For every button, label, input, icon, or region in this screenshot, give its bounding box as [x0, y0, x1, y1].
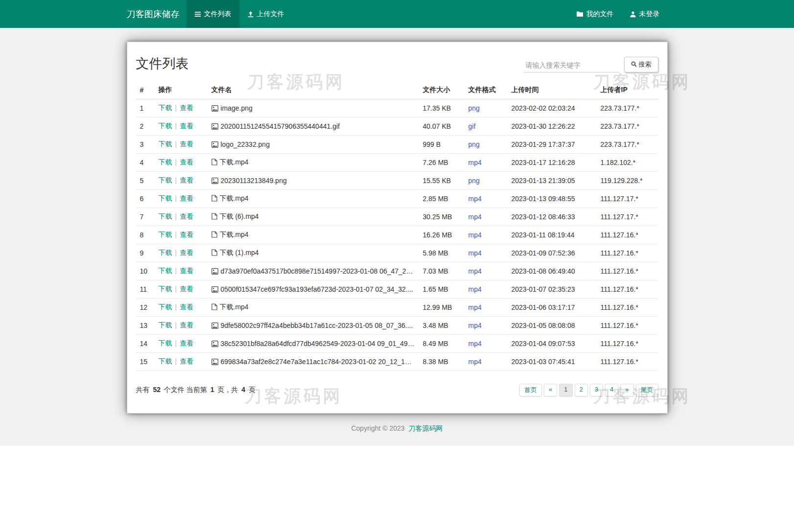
view-link[interactable]: 查看	[180, 231, 193, 238]
search-button[interactable]: 搜索	[624, 57, 658, 72]
action-separator: |	[175, 122, 177, 130]
pagination-last[interactable]: 尾页	[636, 384, 658, 396]
row-upload-time: 2023-01-08 06:49:40	[508, 262, 597, 280]
row-filename: 下载 (1).mp4	[208, 244, 419, 262]
file-icon	[211, 231, 217, 238]
format-link[interactable]: mp4	[468, 267, 482, 275]
view-link[interactable]: 查看	[180, 122, 193, 130]
table-row: 3下载|查看logo_22332.png999 Bpng2023-01-29 1…	[136, 136, 658, 154]
row-actions: 下载|查看	[155, 280, 208, 299]
format-link[interactable]: mp4	[468, 303, 482, 311]
pagination-first[interactable]: 首页	[519, 384, 542, 396]
download-link[interactable]: 下载	[159, 176, 172, 184]
format-link[interactable]: mp4	[468, 358, 482, 366]
image-file-icon	[211, 323, 218, 329]
nav-item-upload[interactable]: 上传文件	[239, 0, 292, 28]
page-title: 文件列表	[136, 55, 189, 72]
view-link[interactable]: 查看	[180, 140, 193, 148]
format-link[interactable]: gif	[468, 122, 476, 130]
format-link[interactable]: mp4	[468, 322, 482, 329]
row-filename: 9dfe58002c97ff42a4bebb34b17a61cc-2023-01…	[208, 317, 419, 335]
image-file-icon	[211, 178, 218, 184]
view-link[interactable]: 查看	[180, 158, 193, 166]
row-filename: 20230113213849.png	[208, 172, 419, 190]
view-link[interactable]: 查看	[180, 321, 193, 329]
format-link[interactable]: png	[468, 104, 480, 112]
download-link[interactable]: 下载	[159, 122, 172, 130]
row-uploader-ip: 111.127.16.*	[597, 262, 658, 280]
format-link[interactable]: mp4	[468, 159, 482, 166]
format-link[interactable]: mp4	[468, 249, 482, 257]
view-link[interactable]: 查看	[180, 357, 193, 365]
view-link[interactable]: 查看	[180, 339, 193, 347]
download-link[interactable]: 下载	[159, 357, 172, 365]
nav-item-my-files[interactable]: 我的文件	[568, 0, 622, 28]
view-link[interactable]: 查看	[180, 285, 193, 293]
table-row: 13下载|查看9dfe58002c97ff42a4bebb34b17a61cc-…	[136, 317, 658, 335]
view-link[interactable]: 查看	[180, 267, 193, 275]
pagination-prev[interactable]: «	[544, 384, 557, 396]
download-link[interactable]: 下载	[159, 285, 172, 293]
row-uploader-ip: 111.127.16.*	[597, 226, 658, 244]
download-link[interactable]: 下载	[159, 303, 172, 311]
table-row: 12下载|查看下载.mp412.99 MBmp42023-01-06 03:17…	[136, 299, 658, 317]
pagination-page-1[interactable]: 1	[559, 384, 572, 396]
table-row: 7下载|查看下载 (6).mp430.25 MBmp42023-01-12 08…	[136, 208, 658, 226]
copyright-text: Copyright © 2023	[351, 424, 404, 432]
download-link[interactable]: 下载	[159, 104, 172, 112]
summary-text: 共有	[136, 386, 150, 393]
action-separator: |	[175, 104, 177, 112]
format-link[interactable]: png	[468, 140, 480, 148]
download-link[interactable]: 下载	[159, 267, 172, 275]
row-index: 13	[136, 317, 155, 335]
table-row: 9下载|查看下载 (1).mp45.98 MBmp42023-01-09 07:…	[136, 244, 658, 262]
nav-item-login-status[interactable]: 未登录	[622, 0, 668, 28]
format-link[interactable]: mp4	[468, 195, 482, 203]
row-size: 40.07 KB	[419, 117, 465, 136]
row-actions: 下载|查看	[155, 154, 208, 172]
pagination-page-2[interactable]: 2	[575, 384, 588, 396]
view-link[interactable]: 查看	[180, 249, 193, 256]
row-upload-time: 2023-01-29 17:37:37	[508, 136, 597, 154]
brand-link[interactable]: 刀客图床储存	[127, 0, 187, 28]
site-link[interactable]: 刀客源码网	[409, 424, 443, 432]
download-link[interactable]: 下载	[159, 212, 172, 220]
format-link[interactable]: png	[468, 177, 480, 185]
row-uploader-ip: 111.127.16.*	[597, 353, 658, 371]
pagination-page-4[interactable]: 4	[605, 384, 618, 396]
nav-item-file-list[interactable]: 文件列表	[187, 0, 239, 28]
row-index: 7	[136, 208, 155, 226]
download-link[interactable]: 下载	[159, 194, 172, 202]
format-link[interactable]: mp4	[468, 285, 482, 293]
file-icon	[211, 213, 217, 220]
table-row: 1下载|查看image.png17.35 KBpng2023-02-02 02:…	[136, 99, 658, 117]
action-separator: |	[175, 212, 177, 220]
header-index: #	[136, 81, 155, 99]
pagination-page-3[interactable]: 3	[590, 384, 603, 396]
action-separator: |	[175, 231, 177, 238]
image-file-icon	[211, 341, 218, 347]
pagination-next[interactable]: »	[620, 384, 633, 396]
download-link[interactable]: 下载	[159, 339, 172, 347]
download-link[interactable]: 下载	[159, 231, 172, 238]
view-link[interactable]: 查看	[180, 212, 193, 220]
view-link[interactable]: 查看	[180, 176, 193, 184]
search-input[interactable]	[524, 58, 619, 72]
view-link[interactable]: 查看	[180, 303, 193, 311]
view-link[interactable]: 查看	[180, 104, 193, 112]
table-row: 10下载|查看d73a970ef0a437517b0c898e71514997-…	[136, 262, 658, 280]
row-actions: 下载|查看	[155, 208, 208, 226]
view-link[interactable]: 查看	[180, 194, 193, 202]
format-link[interactable]: mp4	[468, 231, 482, 239]
image-file-icon	[211, 268, 218, 275]
row-format: mp4	[465, 154, 508, 172]
search-icon	[631, 61, 637, 69]
download-link[interactable]: 下载	[159, 158, 172, 166]
folder-icon	[576, 11, 584, 17]
row-index: 3	[136, 136, 155, 154]
download-link[interactable]: 下载	[159, 140, 172, 148]
download-link[interactable]: 下载	[159, 321, 172, 329]
format-link[interactable]: mp4	[468, 213, 482, 221]
download-link[interactable]: 下载	[159, 249, 172, 256]
format-link[interactable]: mp4	[468, 340, 482, 347]
